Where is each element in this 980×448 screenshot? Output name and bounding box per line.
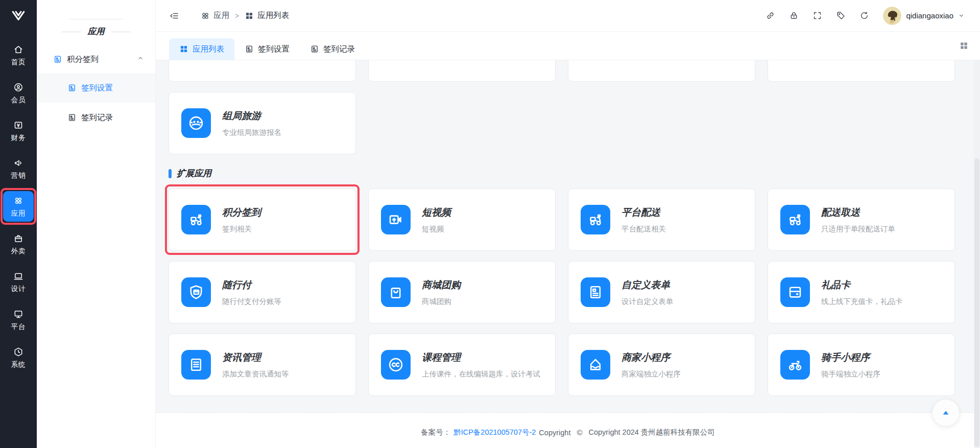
app-card-group-travel[interactable]: 组局旅游 专业组局旅游报名 [169, 92, 356, 154]
user-menu[interactable]: qidiangaoxiao [883, 7, 965, 25]
submenu-parent-points-signin[interactable]: 积分签到 [37, 45, 155, 73]
rail-item-marketing[interactable]: 营销 [3, 153, 34, 184]
app-card-short-video[interactable]: 短视频 短视频 [368, 188, 556, 251]
app-card-subtitle: 上传课件，在线编辑题库，设计考试 [422, 369, 540, 379]
grid-filled-icon [179, 44, 188, 54]
partial-card[interactable] [169, 60, 356, 82]
scooter-icon [780, 205, 810, 234]
page-footer: 备案号： 黔ICP备2021005707号-2 Copyright © Copy… [156, 412, 980, 448]
doc-icon [53, 55, 62, 64]
submenu-item-signin-records[interactable]: 签到记录 [37, 103, 155, 132]
lock-icon[interactable] [789, 11, 799, 20]
app-card-course-management[interactable]: 课程管理 上传课件，在线编辑题库，设计考试 [368, 334, 556, 396]
platform-icon [13, 309, 23, 319]
app-card-title: 配送取送 [821, 206, 895, 219]
featured-card-row: 组局旅游 专业组局旅游报名 [169, 92, 955, 154]
submenu-children: 签到设置 签到记录 [37, 73, 155, 132]
app-card-subtitle: 平台配送相关 [622, 224, 666, 234]
link-icon[interactable] [766, 11, 775, 20]
partial-card[interactable] [768, 60, 955, 82]
partial-card[interactable] [568, 60, 755, 82]
rail-item-members[interactable]: 会员 [3, 78, 34, 108]
app-card-mall-groupbuy[interactable]: 商城团购 商城团购 [368, 261, 556, 323]
rail-item-design[interactable]: 设计 [3, 267, 34, 297]
submenu-item-signin-settings[interactable]: 签到设置 [37, 73, 155, 103]
main-area: 应用 > 应用列表 [156, 0, 980, 448]
breadcrumb-apps[interactable]: 应用 [201, 10, 229, 21]
collapse-icon[interactable] [169, 11, 179, 21]
tab-signin-settings[interactable]: 签到设置 [234, 38, 300, 60]
scrollbar-thumb[interactable] [974, 158, 979, 447]
fullscreen-icon[interactable] [812, 11, 822, 20]
back-to-top-button[interactable] [933, 399, 959, 426]
tag-icon[interactable] [836, 11, 846, 20]
app-card-subtitle: 线上线下充值卡，礼品卡 [821, 297, 903, 306]
app-card-article-management[interactable]: 资讯管理 添加文章资讯通知等 [169, 334, 356, 396]
app-card-subtitle: 添加文章资讯通知等 [222, 369, 289, 379]
member-icon [13, 82, 23, 92]
app-card-delivery-pickup[interactable]: 配送取送 只适用于单段配送订单 [768, 188, 955, 251]
scooter-icon [181, 205, 211, 234]
icp-link[interactable]: 黔ICP备2021005707号-2 [453, 428, 536, 437]
refresh-icon[interactable] [859, 11, 869, 20]
app-root: 首页 会员 财务 营销 应用 外卖 设计 平台 系统 应用 积分签到 [0, 0, 980, 448]
app-card-subtitle: 专业组局旅游报名 [222, 128, 281, 137]
partial-card[interactable] [368, 60, 556, 82]
app-cards-grid: 积分签到 签到相关 短视频 短视频 平台配送 平台配送相关 配送取送 只适用于单… [169, 188, 955, 396]
shopping-bag-icon [381, 277, 411, 307]
rail-item-apps[interactable]: 应用 [3, 191, 34, 222]
app-card-gift-card[interactable]: 礼品卡 线上线下充值卡，礼品卡 [768, 261, 955, 323]
app-card-title: 资讯管理 [222, 351, 289, 364]
rail-item-finance[interactable]: 财务 [3, 115, 34, 146]
group-travel-icon [181, 108, 211, 138]
grid-outline-icon [201, 11, 210, 20]
rail-item-platform[interactable]: 平台 [3, 304, 34, 335]
divider [62, 32, 81, 32]
breadcrumb-label: 应用 [213, 10, 229, 21]
doc-icon [67, 83, 77, 92]
scrollbar-track[interactable] [974, 60, 980, 448]
copyright-symbol-icon: © [577, 428, 582, 437]
scooter-icon [581, 205, 610, 234]
cc-icon [381, 350, 411, 380]
primary-sidebar: 首页 会员 财务 营销 应用 外卖 设计 平台 系统 [0, 0, 37, 448]
app-card-subtitle: 商家端独立小程序 [622, 369, 681, 379]
tab-app-list[interactable]: 应用列表 [169, 38, 234, 60]
app-card-subtitle: 短视频 [422, 224, 451, 234]
app-card-points-signin[interactable]: 积分签到 签到相关 [169, 188, 356, 251]
bike-icon [780, 350, 810, 380]
app-card-title: 自定义表单 [622, 278, 674, 292]
video-icon [381, 205, 411, 234]
app-card-title: 商家小程序 [622, 351, 681, 364]
submenu-parent-label: 积分签到 [67, 54, 99, 65]
breadcrumb: 应用 > 应用列表 [201, 10, 289, 21]
content-area: 组局旅游 专业组局旅游报名 扩展应用 积分签到 签到相关 短视频 短视频 平台配… [156, 60, 980, 448]
doc-icon [245, 44, 254, 54]
username: qidiangaoxiao [906, 11, 953, 20]
shop-house-icon [581, 350, 610, 380]
app-card-rider-miniapp[interactable]: 骑手小程序 骑手端独立小程序 [768, 334, 955, 396]
divider [111, 32, 131, 32]
breadcrumb-app-list[interactable]: 应用列表 [245, 10, 289, 21]
app-card-subtitle: 设计自定义表单 [622, 297, 674, 306]
submenu-title-label: 应用 [88, 26, 105, 37]
rail-item-system[interactable]: 系统 [3, 342, 34, 373]
app-card-title: 课程管理 [422, 351, 540, 364]
app-card-merchant-miniapp[interactable]: 商家小程序 商家端独立小程序 [568, 334, 755, 396]
finance-icon [13, 120, 23, 130]
avatar [883, 7, 901, 25]
copyright-word: Copyright [539, 429, 570, 437]
takeout-icon [13, 233, 23, 244]
rail-item-takeout[interactable]: 外卖 [3, 229, 34, 260]
apps-icon [13, 196, 23, 206]
grid-filled-icon[interactable] [959, 41, 969, 51]
system-icon [13, 347, 23, 357]
app-card-suixingfu-pay[interactable]: 随行付 随行付支付分账等 [169, 261, 356, 323]
tab-signin-records[interactable]: 签到记录 [300, 38, 365, 60]
app-card-custom-form[interactable]: 自定义表单 设计自定义表单 [568, 261, 755, 323]
rail-item-home[interactable]: 首页 [3, 40, 34, 70]
app-card-platform-delivery[interactable]: 平台配送 平台配送相关 [568, 188, 755, 251]
tab-bar: 应用列表 签到设置 签到记录 [156, 32, 980, 60]
submenu-title: 应用 [37, 26, 155, 37]
app-card-title: 组局旅游 [222, 109, 281, 123]
